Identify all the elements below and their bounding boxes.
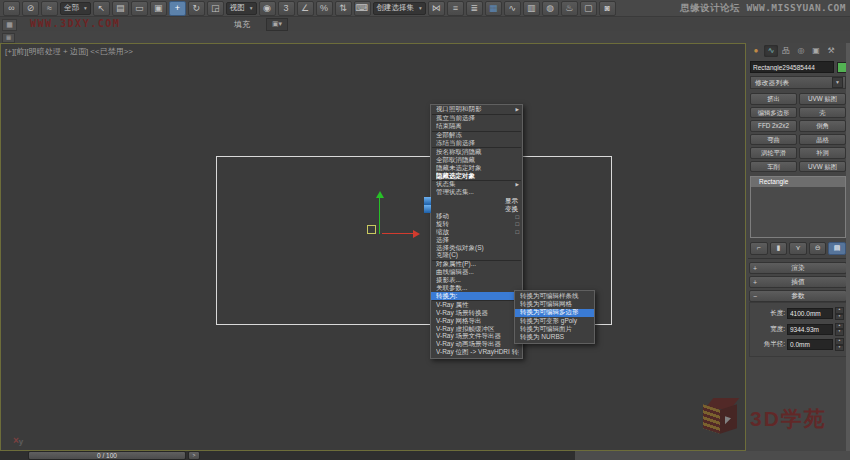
modifier-button[interactable]: 倒角 — [799, 120, 846, 132]
settings-icon[interactable]: □ — [515, 229, 519, 235]
submenu-item[interactable]: 转换为可编辑面片 — [515, 325, 594, 333]
use-pivot-point-center-icon[interactable]: ◉ — [259, 1, 276, 16]
length-field[interactable] — [787, 308, 833, 319]
menu-item[interactable]: V-Ray 位图 -> VRayHDRI 转换器 — [431, 349, 522, 357]
modifier-list-dropdown[interactable]: 修改器列表 ▼ — [750, 76, 846, 89]
length-spinner[interactable]: ▴▾ — [835, 307, 844, 320]
menu-item[interactable]: 缩放□ — [431, 228, 522, 236]
mirror-icon[interactable]: ⋈ — [428, 1, 445, 16]
width-spinner[interactable]: ▴▾ — [835, 323, 844, 336]
submenu-item[interactable]: 转换为可变形 gPoly — [515, 317, 594, 325]
menu-item[interactable]: V-Ray 场景转换器 — [431, 309, 522, 317]
align-icon[interactable]: ≡ — [447, 1, 464, 16]
modifier-button[interactable]: 编辑多边形 — [750, 107, 797, 119]
tab-display[interactable]: ▣ — [809, 45, 823, 57]
modifier-button[interactable]: 车削 — [750, 161, 797, 173]
tab-create[interactable]: ● — [749, 45, 763, 57]
time-slider-handle[interactable]: 0 / 100 — [28, 451, 186, 460]
unlink-selection-icon[interactable]: ⊘ — [22, 1, 39, 16]
graphite-modeling-tools-icon[interactable]: ▦ — [485, 1, 502, 16]
menu-item[interactable]: 曲线编辑器... — [431, 269, 522, 277]
spinner-down-icon[interactable]: ▾ — [835, 314, 844, 321]
rollout-header[interactable]: +插值 — [749, 276, 847, 288]
menu-item[interactable]: 对象属性(P)... — [431, 261, 522, 269]
menu-item[interactable]: V-Ray 网格导出 — [431, 317, 522, 325]
ribbon-min-icon[interactable]: ▦ — [2, 19, 17, 31]
submenu-item[interactable]: 转换为可编辑样条线 — [515, 292, 594, 300]
rectangular-selection-region-icon[interactable]: ▭ — [131, 1, 148, 16]
selection-filter[interactable]: 全部▾ — [60, 2, 91, 15]
remove-modifier-icon[interactable]: ⊖ — [809, 242, 827, 255]
ribbon-collapsed-icon[interactable]: ▦ — [2, 33, 15, 43]
menu-item[interactable]: V-Ray 虚拟帧缓冲区 — [431, 325, 522, 333]
menu-item[interactable]: V-Ray 属性 — [431, 301, 522, 309]
show-end-result-icon[interactable]: ▮ — [770, 242, 788, 255]
modifier-button[interactable]: UVW 贴图 — [799, 161, 846, 173]
render-production-icon[interactable]: ◙ — [599, 1, 616, 16]
menu-item[interactable]: 视口照明和阴影▶ — [431, 106, 522, 114]
submenu-item[interactable]: 转换为 NURBS — [515, 333, 594, 341]
viewport-label[interactable]: [+][前][明暗处理 + 边面] <<已禁用>> — [5, 46, 133, 57]
pin-stack-icon[interactable]: ⌐ — [750, 242, 768, 255]
select-and-link-icon[interactable]: ∞ — [3, 1, 20, 16]
menu-item[interactable]: 全部取消隐藏 — [431, 156, 522, 164]
stack-entry[interactable]: Rectangle — [751, 177, 845, 187]
ribbon-display-toggle[interactable]: ▣▾ — [266, 18, 288, 31]
modifier-button[interactable]: 壳 — [799, 107, 846, 119]
menu-item[interactable]: 孤立当前选择 — [431, 115, 522, 123]
menu-item[interactable]: V-Ray 场景文件导出器 — [431, 333, 522, 341]
submenu-item[interactable]: 转换为可编辑网格 — [515, 300, 594, 308]
angle-snap-toggle-icon[interactable]: ∠ — [297, 1, 314, 16]
tab-hierarchy[interactable]: 品 — [779, 45, 793, 57]
layer-manager-icon[interactable]: ≣ — [466, 1, 483, 16]
menu-item[interactable]: 冻结当前选择 — [431, 140, 522, 148]
menu-item[interactable]: 结束隔离 — [431, 123, 522, 131]
width-field[interactable] — [787, 324, 833, 335]
menu-item[interactable]: 转换为:▶ — [431, 292, 522, 300]
viewport-front[interactable]: [+][前][明暗处理 + 边面] <<已禁用>> ×y — [0, 43, 746, 451]
modifier-button[interactable]: 挤出 — [750, 93, 797, 105]
menu-item[interactable]: 状态集▶ — [431, 181, 522, 189]
menu-item[interactable]: 全部解冻 — [431, 132, 522, 140]
menu-item[interactable]: 隐藏未选定对象 — [431, 164, 522, 172]
tab-utilities[interactable]: ⚒ — [824, 45, 838, 57]
time-slider-track[interactable]: 0 / 100 > — [0, 451, 575, 460]
spinner-down-icon[interactable]: ▾ — [835, 329, 844, 336]
corner-radius-spinner[interactable]: ▴▾ — [835, 338, 844, 351]
object-name-field[interactable] — [750, 61, 834, 73]
gizmo-y-axis[interactable] — [379, 197, 380, 234]
menu-item[interactable]: 选择类似对象(S) — [431, 244, 522, 252]
window-crossing-toggle-icon[interactable]: ▣ — [150, 1, 167, 16]
menu-item[interactable]: 隐藏选定对象 — [431, 172, 522, 180]
rendered-frame-window-icon[interactable]: ▢ — [580, 1, 597, 16]
percent-snap-toggle-icon[interactable]: % — [316, 1, 333, 16]
keyboard-shortcut-override-icon[interactable]: ⌨ — [354, 1, 371, 16]
render-setup-icon[interactable]: ♨ — [561, 1, 578, 16]
rollout-header[interactable]: −参数 — [749, 290, 847, 302]
modifier-button[interactable]: UVW 贴图 — [799, 93, 846, 105]
corner-radius-field[interactable] — [787, 339, 833, 350]
menu-item[interactable]: 摄影表... — [431, 277, 522, 285]
spinner-down-icon[interactable]: ▾ — [835, 345, 844, 352]
curve-editor-icon[interactable]: ∿ — [504, 1, 521, 16]
next-frame-button[interactable]: > — [188, 451, 200, 460]
menu-item[interactable]: 关联参数... — [431, 285, 522, 293]
gizmo-plane-handle[interactable] — [367, 225, 376, 234]
select-and-rotate-icon[interactable]: ↻ — [188, 1, 205, 16]
gizmo-x-axis[interactable] — [382, 233, 413, 234]
modifier-button[interactable]: 补洞 — [799, 147, 846, 159]
reference-coordinate-system[interactable]: 视图▾ — [226, 2, 257, 15]
menu-item[interactable]: 旋转□ — [431, 220, 522, 228]
menu-item[interactable]: 克隆(C) — [431, 252, 522, 260]
modifier-button[interactable]: 晶格 — [799, 134, 846, 146]
rollout-header[interactable]: +渲染 — [749, 262, 847, 274]
menu-item[interactable]: 移动□ — [431, 213, 522, 221]
named-selection-sets[interactable]: 创建选择集▾ — [373, 2, 426, 15]
material-editor-icon[interactable]: ◍ — [542, 1, 559, 16]
select-and-scale-icon[interactable]: ◲ — [207, 1, 224, 16]
make-unique-icon[interactable]: ⋎ — [789, 242, 807, 255]
ribbon-tab-populate[interactable]: 填充 — [234, 19, 250, 30]
menu-item[interactable]: 选择 — [431, 236, 522, 244]
submenu-item[interactable]: 转换为可编辑多边形 — [515, 309, 594, 317]
menu-item[interactable]: 管理状态集... — [431, 189, 522, 197]
